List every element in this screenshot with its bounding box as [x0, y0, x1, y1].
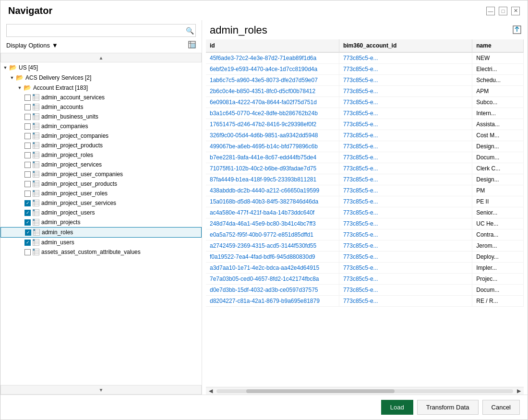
- tree-item-admin_projects[interactable]: admin_projects: [0, 217, 202, 227]
- close-button[interactable]: ✕: [511, 7, 520, 15]
- cancel-button[interactable]: Cancel: [482, 400, 520, 415]
- tree-label-admin_project_companies: admin_project_companies: [41, 132, 108, 139]
- cell-id-17: a2742459-2369-4315-acd5-3144f530fd55: [206, 240, 339, 252]
- tree-item-acs[interactable]: ▼ 📂 ACS Delivery Services [2]: [0, 72, 202, 83]
- tree-label-ae: Account Extract [183]: [33, 84, 88, 91]
- table-row[interactable]: a2742459-2369-4315-acd5-3144f530fd55773c…: [206, 240, 524, 252]
- cell-bim-10: 773c85c5-e...: [339, 163, 472, 174]
- checkbox-admin_project_companies[interactable]: [24, 133, 31, 139]
- cell-bim-5: 773c85c5-e...: [339, 108, 472, 119]
- scroll-up-button[interactable]: ▲: [0, 53, 202, 62]
- tree-item-admin_project_user_products[interactable]: admin_project_user_products: [0, 179, 202, 189]
- checkbox-admin_project_products[interactable]: [24, 143, 31, 149]
- search-input[interactable]: [6, 24, 196, 37]
- table-row[interactable]: 1ab6c7c5-a960-43e5-8073-dfe2d7d59e07773c…: [206, 75, 524, 86]
- table-body: 45f6ade3-72c2-4e3e-87d2-71eab89f1d6a773c…: [206, 52, 524, 307]
- scroll-left-button[interactable]: ◀: [207, 388, 215, 394]
- tree-item-account-extract[interactable]: ▼ 📂 Account Extract [183]: [0, 83, 202, 93]
- checkbox-admin_project_user_companies[interactable]: [24, 171, 31, 178]
- checkbox-admin_companies[interactable]: [24, 123, 31, 130]
- tree-label-admin_accounts: admin_accounts: [41, 104, 83, 110]
- checkbox-assets_asset_custom_attribute_values[interactable]: [24, 249, 31, 255]
- table-scroll-wrapper[interactable]: id bim360_account_id name 45f6ade3-72c2-…: [206, 39, 524, 387]
- table-row[interactable]: b3a1c645-0770-4ce2-8dfe-bb286762b24b773c…: [206, 108, 524, 119]
- cell-name-18: Deploy...: [472, 252, 524, 263]
- table-row[interactable]: 499067be-a6eb-4695-b14c-bfd779896c6b773c…: [206, 141, 524, 152]
- display-options-button[interactable]: Display Options ▼: [6, 42, 58, 49]
- table-row[interactable]: 6e09081a-4222-470a-8644-fa02f75d751d773c…: [206, 97, 524, 108]
- checkbox-admin_project_users[interactable]: [24, 210, 31, 216]
- navigator-window: Navigator — □ ✕ 🔍 Display Options ▼: [0, 0, 528, 420]
- search-bar: 🔍: [6, 24, 196, 37]
- table-row[interactable]: 71075f61-102b-40c2-b6be-d93fadae7d75773c…: [206, 163, 524, 174]
- table-row[interactable]: f0a19522-7ea4-4fad-bdf6-945d880830d9773c…: [206, 252, 524, 263]
- table-row[interactable]: b7ee2281-9afa-441e-8c67-edd44fb75de4773c…: [206, 152, 524, 163]
- horizontal-scrollbar[interactable]: ◀ ▶: [206, 387, 524, 395]
- table-row[interactable]: 2b6c0c4e-b850-4351-8fc0-d5cf00b78412773c…: [206, 86, 524, 97]
- window-controls: — □ ✕: [486, 7, 520, 15]
- minimize-button[interactable]: —: [486, 7, 495, 15]
- table-row[interactable]: 326f9c00-05d4-4d6b-9851-aa9342dd5948773c…: [206, 130, 524, 141]
- cell-bim-15: 773c85c5-e...: [339, 218, 472, 229]
- tree-item-admin_project_user_companies[interactable]: admin_project_user_companies: [0, 169, 202, 179]
- tree-item-admin_business_units[interactable]: admin_business_units: [0, 112, 202, 121]
- checkbox-admin_business_units[interactable]: [24, 114, 31, 120]
- tree-item-admin_project_companies[interactable]: admin_project_companies: [0, 131, 202, 141]
- tree-item-admin_roles[interactable]: admin_roles: [0, 227, 202, 238]
- tree-item-admin_project_products[interactable]: admin_project_products: [0, 141, 202, 150]
- table-row[interactable]: 248d74da-46a1-45e9-bc80-3b41c4bc7ff3773c…: [206, 218, 524, 229]
- tree-item-admin_users[interactable]: admin_users: [0, 238, 202, 247]
- scroll-right-button[interactable]: ▶: [515, 388, 523, 394]
- tree-item-admin_project_users[interactable]: admin_project_users: [0, 208, 202, 217]
- tree-item-admin_companies[interactable]: admin_companies: [0, 121, 202, 131]
- table-row[interactable]: a3d7aa10-1e71-4e2c-bdca-aa42e4d64915773c…: [206, 263, 524, 274]
- tree-item-us[interactable]: ▼ 📂 US [45]: [0, 62, 202, 72]
- checkbox-admin_users[interactable]: [24, 240, 31, 246]
- cell-id-20: 7e7a03b05-ced0-4657-8fd2-1c42174fbc8a: [206, 274, 339, 285]
- checkbox-admin_roles[interactable]: [25, 229, 31, 236]
- table-options-button[interactable]: [512, 25, 522, 36]
- checkbox-admin_project_user_products[interactable]: [24, 181, 31, 187]
- tree-item-admin_accounts[interactable]: admin_accounts: [0, 102, 202, 112]
- checkbox-admin_account_services[interactable]: [24, 95, 31, 101]
- table-row[interactable]: d8204227-c81a-42a1-8679-b9a695e81879773c…: [206, 296, 524, 307]
- scroll-track[interactable]: [216, 389, 513, 393]
- checkbox-admin_projects[interactable]: [24, 219, 31, 226]
- table-select-icon: [188, 41, 196, 48]
- table-row[interactable]: 17651475-d246-47b2-8416-9c29398ef0f2773c…: [206, 119, 524, 130]
- cell-id-10: 71075f61-102b-40c2-b6be-d93fadae7d75: [206, 163, 339, 174]
- table-row[interactable]: 438abddb-dc2b-4440-a212-c66650a19599773c…: [206, 185, 524, 196]
- table-row[interactable]: ac4a580e-477f-421f-ba4a-14b73ddc640f773c…: [206, 207, 524, 218]
- checkbox-admin_project_services[interactable]: [24, 162, 31, 168]
- cell-id-16: e0a5a752-f95f-40b0-9772-e851d85dffd1: [206, 229, 339, 240]
- tree-item-admin_account_services[interactable]: admin_account_services: [0, 93, 202, 102]
- svg-rect-21: [33, 114, 35, 116]
- table-row[interactable]: 45f6ade3-72c2-4e3e-87d2-71eab89f1d6a773c…: [206, 52, 524, 64]
- scroll-thumb[interactable]: [246, 389, 395, 393]
- svg-rect-75: [33, 200, 35, 202]
- cell-bim-17: 773c85c5-e...: [339, 240, 472, 252]
- checkbox-admin_project_user_roles[interactable]: [24, 191, 31, 197]
- scroll-down-button[interactable]: ▼: [0, 385, 202, 395]
- search-button[interactable]: 🔍: [186, 27, 194, 35]
- maximize-button[interactable]: □: [499, 7, 507, 15]
- table-row[interactable]: e0a5a752-f95f-40b0-9772-e851d85dffd1773c…: [206, 229, 524, 240]
- cell-bim-13: 773c85c5-e...: [339, 196, 472, 207]
- tree-item-assets_asset_custom_attribute_values[interactable]: assets_asset_custom_attribute_values: [0, 247, 202, 257]
- checkbox-admin_project_user_services[interactable]: [24, 200, 31, 206]
- select-related-button[interactable]: [188, 41, 196, 50]
- table-row[interactable]: 15a0168b-d5d8-40b3-84f5-3827846d46da773c…: [206, 196, 524, 207]
- table-row[interactable]: 87fa4449-b1ea-418f-99c5-23393b811281773c…: [206, 174, 524, 185]
- table-row[interactable]: 6ebf2e19-e593-4470-a4ce-1d7cc8190d4a773c…: [206, 64, 524, 75]
- load-button[interactable]: Load: [381, 400, 413, 415]
- table-row[interactable]: 7e7a03b05-ced0-4657-8fd2-1c42174fbc8a773…: [206, 274, 524, 285]
- tree-item-admin_project_services[interactable]: admin_project_services: [0, 160, 202, 169]
- tree-item-admin_project_user_services[interactable]: admin_project_user_services: [0, 198, 202, 208]
- table-row[interactable]: d0e7d3bb-15df-4032-ad3b-ce0597d37575773c…: [206, 285, 524, 296]
- tree-item-admin_project_roles[interactable]: admin_project_roles: [0, 150, 202, 160]
- transform-data-button[interactable]: Transform Data: [417, 400, 479, 415]
- checkbox-admin_accounts[interactable]: [24, 104, 31, 110]
- checkbox-admin_project_roles[interactable]: [24, 152, 31, 158]
- tree-item-admin_project_user_roles[interactable]: admin_project_user_roles: [0, 189, 202, 198]
- cell-id-7: 326f9c00-05d4-4d6b-9851-aa9342dd5948: [206, 130, 339, 141]
